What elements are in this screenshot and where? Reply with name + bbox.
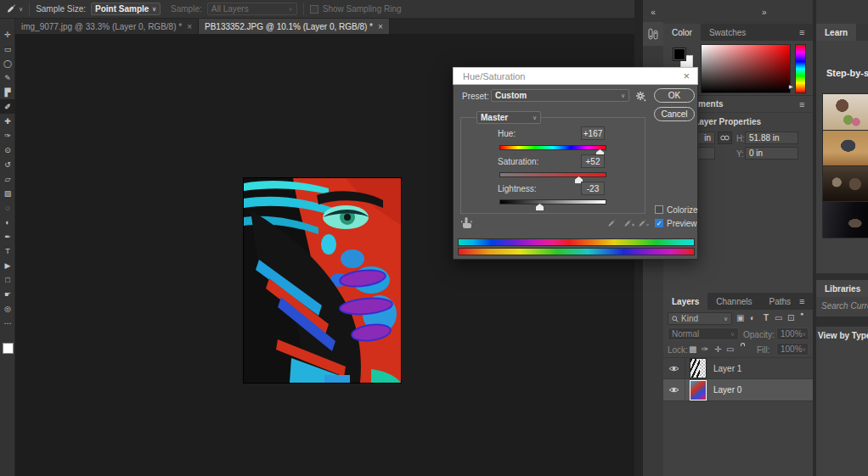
on-image-adjustment-hand-icon[interactable]	[460, 216, 473, 229]
eyedropper-subtract-icon[interactable]	[637, 218, 649, 228]
hue-strip[interactable]	[795, 44, 806, 93]
dialog-title: Hue/Saturation	[463, 71, 525, 81]
dialog-close-icon[interactable]: ×	[683, 70, 690, 82]
lock-artboard-icon[interactable]: ▭	[726, 344, 734, 354]
document-tab-inactive[interactable]: img_9077.jpg @ 33.3% (Layer 0, RGB/8) * …	[15, 19, 199, 34]
tool-healing[interactable]: ✚	[0, 114, 15, 128]
color-panel-menu-icon[interactable]: ≡	[799, 28, 804, 37]
libraries-view-by-dropdown[interactable]: View by Type ∨	[818, 331, 868, 340]
ok-button[interactable]: OK	[654, 88, 695, 103]
tool-brush[interactable]: ✑	[0, 128, 15, 143]
saturation-value-field[interactable]: +52	[581, 154, 605, 168]
filter-shape-layers-icon[interactable]: ▭	[775, 313, 782, 322]
preview-checkbox[interactable]: ✓	[655, 219, 663, 227]
y-field[interactable]: 0 in	[745, 147, 798, 160]
tool-hand[interactable]: ☛	[0, 287, 15, 301]
tab-color[interactable]: Color	[663, 24, 701, 41]
tab-libraries[interactable]: Libraries	[816, 280, 868, 297]
tool-pen[interactable]: ✒	[0, 229, 15, 244]
filter-adjustment-layers-icon[interactable]: ◐	[750, 313, 755, 322]
tool-move[interactable]: ✛	[0, 27, 15, 42]
eyedropper-tool-icon[interactable]	[5, 3, 16, 14]
opacity-dropdown[interactable]: 100%∨	[776, 328, 809, 340]
tool-eraser[interactable]: ▱	[0, 171, 15, 186]
canvas-document[interactable]	[244, 178, 401, 383]
cancel-button[interactable]: Cancel	[654, 107, 695, 121]
dialog-title-bar[interactable]: Hue/Saturation ×	[453, 67, 698, 85]
document-tab-active[interactable]: PB133352.JPG @ 10.1% (Layer 0, RGB/8) * …	[199, 19, 390, 34]
tool-dodge[interactable]: ◐	[0, 215, 15, 229]
sample-size-dropdown[interactable]: Point Sample∨	[91, 3, 161, 15]
hue-slider-track[interactable]	[499, 145, 606, 150]
filter-smart-objects-icon[interactable]: ⊡	[787, 313, 794, 322]
lock-transparent-icon[interactable]: ▩	[689, 344, 696, 354]
tool-marquee[interactable]: ▭	[0, 42, 15, 56]
history-brush-icon: ↺	[4, 160, 11, 169]
tool-history-brush[interactable]: ↺	[0, 157, 15, 171]
tool-more[interactable]: ⋯	[0, 316, 15, 330]
tool-preset-chevron-icon[interactable]: ∨	[19, 6, 23, 12]
visibility-eye-icon[interactable]	[668, 386, 679, 394]
preset-options-gear-icon[interactable]	[635, 91, 646, 102]
hue-value-field[interactable]: +167	[581, 126, 605, 140]
lock-paint-icon[interactable]: ✑	[702, 344, 708, 354]
learn-tutorial-thumbnail-4[interactable]	[822, 201, 868, 238]
learn-tutorial-thumbnail-1[interactable]	[822, 93, 868, 131]
layer-row-layer1[interactable]: Layer 1	[663, 357, 813, 379]
color-themes-panel-button[interactable]	[643, 22, 663, 46]
tool-blur[interactable]: ◌	[0, 200, 15, 215]
foreground-color-swatch[interactable]	[3, 343, 14, 354]
sample-dropdown[interactable]: All Layers∨	[207, 3, 297, 15]
tool-clone-stamp[interactable]: ⊙	[0, 143, 15, 157]
tool-shape[interactable]: □	[0, 272, 15, 287]
lock-position-icon[interactable]: ✛	[714, 344, 721, 354]
tab-close-icon[interactable]: ×	[187, 22, 192, 31]
filter-toggle-icon[interactable]: ●	[800, 311, 803, 316]
tool-crop[interactable]: ▛	[0, 85, 15, 99]
link-dimensions-button[interactable]	[718, 132, 732, 144]
layers-panel-menu-icon[interactable]: ≡	[799, 297, 804, 306]
filter-type-layers-icon[interactable]: T	[764, 313, 769, 322]
tab-channels[interactable]: Channels	[707, 293, 760, 310]
layer-filter-kind-dropdown[interactable]: Kind ∨	[668, 312, 732, 325]
filter-pixel-layers-icon[interactable]: ▣	[736, 313, 744, 322]
layer-row-layer0-selected[interactable]: Layer 0	[663, 379, 813, 401]
layer1-thumbnail[interactable]	[690, 358, 707, 378]
tool-zoom[interactable]: ◎	[0, 301, 15, 316]
tool-eyedropper-selected[interactable]: ✐	[0, 99, 15, 114]
colorize-checkbox[interactable]	[655, 205, 663, 214]
tab-close-icon[interactable]: ×	[378, 22, 383, 31]
tab-layers[interactable]: Layers	[663, 293, 707, 310]
tab-learn[interactable]: Learn	[816, 24, 856, 41]
tab-paths[interactable]: Paths	[761, 293, 800, 310]
visibility-eye-icon[interactable]	[668, 365, 679, 372]
libraries-input-bar[interactable]	[816, 316, 868, 327]
collapse-panels-right-icon[interactable]: »	[762, 8, 767, 17]
tool-gradient[interactable]: ▨	[0, 186, 15, 200]
lightness-slider-track[interactable]	[499, 199, 606, 204]
lightness-value-field[interactable]: -23	[581, 182, 605, 195]
tool-type[interactable]: T	[0, 244, 15, 258]
collapse-panels-left-icon[interactable]: «	[643, 0, 663, 17]
adjustments-menu-icon[interactable]: ≡	[799, 100, 804, 109]
preset-dropdown[interactable]: Custom ∨	[491, 89, 629, 102]
eyedropper-add-icon[interactable]	[623, 218, 634, 228]
color-gradient-field[interactable]	[701, 44, 791, 93]
tool-lasso[interactable]: ◯	[0, 56, 15, 70]
fill-dropdown[interactable]: 100%∨	[776, 343, 809, 356]
show-sampling-ring-checkbox[interactable]	[310, 5, 318, 14]
foreground-color-swatch[interactable]	[673, 48, 686, 61]
learn-tutorial-thumbnail-3[interactable]	[822, 165, 868, 203]
libraries-search[interactable]: Search Current	[819, 300, 868, 312]
saturation-slider-track[interactable]	[499, 172, 606, 177]
tab-swatches[interactable]: Swatches	[701, 24, 754, 41]
tool-path-select[interactable]: ▶	[0, 258, 15, 272]
layer0-thumbnail[interactable]	[690, 380, 707, 400]
eyedropper-sample-icon[interactable]	[606, 218, 617, 228]
height-field[interactable]: 51.88 in	[745, 132, 798, 144]
blend-mode-dropdown[interactable]: Normal∨	[668, 328, 739, 340]
learn-tutorial-thumbnail-2[interactable]	[822, 130, 868, 167]
chevron-down-icon: ∨	[289, 6, 293, 12]
channel-dropdown[interactable]: Master ∨	[476, 111, 541, 124]
tool-quick-select[interactable]: ✎	[0, 70, 15, 85]
